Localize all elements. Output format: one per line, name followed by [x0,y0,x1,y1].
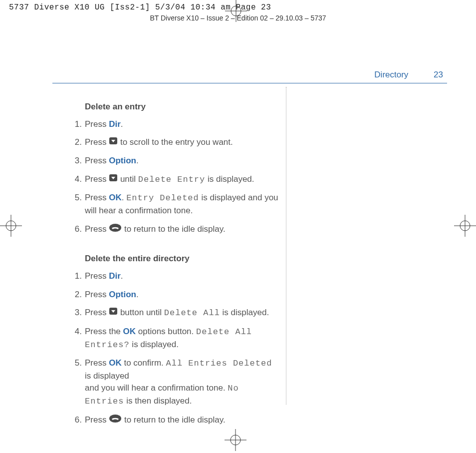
section-title-delete-all: Delete the entire directory [85,253,279,265]
key-label: Dir [109,119,121,129]
down-arrow-icon [109,307,118,319]
step-item: 5.Press OK to confirm. All Entries Delet… [70,357,279,408]
key-label: OK [109,193,122,202]
step-number: 2. [70,289,85,301]
lcd-text: All Entries Deleted [166,359,272,368]
step-item: 3.Press Option. [70,155,279,167]
step-item: 6.Press to return to the idle display. [70,414,279,427]
step-item: 6.Press to return to the idle display. [70,223,279,236]
key-label: OK [123,327,136,336]
column-divider [286,87,286,405]
lcd-text: Delete All [164,308,220,318]
step-item: 2.Press Option. [70,289,279,301]
step-item: 1.Press Dir. [70,118,279,131]
step-number: 4. [70,326,85,351]
step-body: Press Dir. [85,118,279,131]
step-body: Press button until Delete All is display… [85,307,279,320]
step-number: 1. [70,118,85,131]
step-item: 1.Press Dir. [70,270,279,283]
end-call-icon [109,223,122,236]
end-call-icon [109,414,122,427]
step-body: Press to return to the idle display. [85,414,279,427]
step-number: 6. [70,414,85,427]
step-number: 6. [70,223,85,236]
main-content: Delete an entry 1.Press Dir.2.Press to s… [70,101,279,442]
header-rule [52,83,447,83]
step-number: 3. [70,155,85,167]
page-number: 23 [434,70,443,79]
page-body: Directory 23 Delete an entry 1.Press Dir… [0,22,476,427]
down-arrow-icon [109,173,118,186]
step-body: Press to return to the idle display. [85,223,279,236]
steps-delete-all: 1.Press Dir.2.Press Option.3.Press butto… [70,270,279,427]
preflight-line: 5737 Diverse X10 UG [Iss2-1] 5/3/04 10:3… [9,3,271,12]
step-number: 5. [70,357,85,408]
step-number: 2. [70,136,85,149]
lcd-text: No Entries [85,384,239,406]
step-number: 5. [70,192,85,217]
key-label: Option [109,290,136,299]
step-body: Press Dir. [85,270,279,283]
down-arrow-icon [109,136,118,149]
steps-delete-entry: 1.Press Dir.2.Press to scroll to the ent… [70,118,279,236]
step-body: Press Option. [85,155,279,167]
lcd-text: Delete All Entries? [85,327,252,350]
issue-line: BT Diverse X10 – Issue 2 – Edition 02 – … [0,14,476,22]
key-label: Dir [109,271,121,281]
step-number: 3. [70,307,85,320]
step-body: Press until Delete Entry is displayed. [85,173,279,186]
key-label: Option [109,156,136,165]
running-head: Directory 23 [374,70,443,80]
lcd-text: Delete Entry [138,175,205,184]
lcd-text: Entry Deleted [126,193,199,203]
step-body: Press OK. Entry Deleted is displayed and… [85,192,279,217]
step-item: 3.Press button until Delete All is displ… [70,307,279,320]
step-body: Press OK to confirm. All Entries Deleted… [85,357,279,408]
step-item: 4.Press until Delete Entry is displayed. [70,173,279,186]
step-item: 2.Press to scroll to the entry you want. [70,136,279,149]
section-title-delete-entry: Delete an entry [85,101,279,113]
running-head-section: Directory [374,70,408,79]
step-number: 1. [70,270,85,283]
key-label: OK [109,358,122,368]
step-item: 4.Press the OK options button. Delete Al… [70,326,279,351]
step-body: Press the OK options button. Delete All … [85,326,279,351]
step-number: 4. [70,173,85,186]
step-body: Press Option. [85,289,279,301]
step-body: Press to scroll to the entry you want. [85,136,279,149]
step-item: 5.Press OK. Entry Deleted is displayed a… [70,192,279,217]
